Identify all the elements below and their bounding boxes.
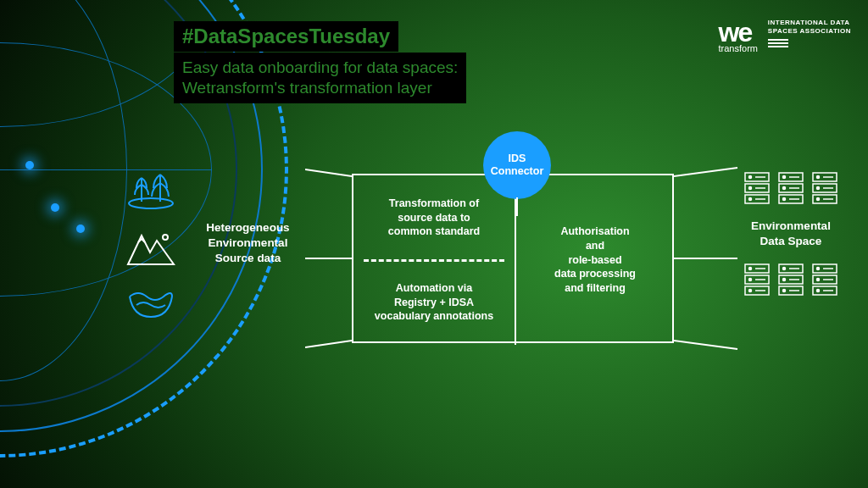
cell-automation: Automation viaRegistry + IDSAvocabulary … — [353, 260, 515, 345]
svg-point-48 — [783, 279, 786, 281]
idsa-line2: SPACES ASSOCIATION — [768, 27, 851, 36]
svg-point-20 — [783, 176, 786, 179]
svg-point-39 — [749, 279, 752, 281]
cell-authorisation: Authorisationandrole-baseddata processin… — [515, 175, 676, 345]
architecture-diagram: HeterogeneousEnvironmentalSource data Tr… — [110, 161, 848, 441]
server-icon — [811, 263, 838, 297]
svg-point-12 — [749, 187, 752, 190]
svg-point-29 — [817, 176, 820, 179]
hashtag-title: #DataSpacesTuesday — [174, 21, 398, 52]
svg-point-1 — [163, 235, 168, 240]
source-data-label: HeterogeneousEnvironmentalSource data — [191, 220, 305, 267]
svg-point-40 — [749, 290, 752, 292]
server-icon — [777, 171, 804, 205]
svg-line-2 — [305, 169, 352, 176]
svg-line-5 — [674, 168, 737, 176]
right-converge-lines — [674, 161, 742, 356]
wetransform-word: transform — [719, 43, 758, 53]
svg-point-11 — [749, 176, 752, 179]
subtitle: Easy data onboarding for data spaces: We… — [174, 53, 466, 103]
waves-icon — [125, 285, 177, 327]
svg-line-4 — [305, 341, 352, 347]
data-space-label: EnvironmentalData Space — [736, 219, 846, 249]
server-icon — [743, 263, 771, 297]
server-row-top — [736, 171, 846, 205]
svg-point-57 — [817, 279, 820, 281]
connector-line1: IDS — [509, 152, 526, 165]
source-icons — [110, 169, 191, 327]
svg-point-0 — [129, 198, 173, 208]
cell-transformation: Transformation ofsource data tocommon st… — [353, 175, 515, 260]
ids-connector-badge: IDS Connector — [483, 131, 551, 199]
connector-line2: Connector — [491, 165, 544, 178]
svg-point-38 — [749, 268, 752, 270]
server-icon — [777, 263, 804, 297]
svg-point-58 — [817, 290, 820, 292]
trees-icon — [125, 169, 177, 212]
mountains-icon — [125, 227, 177, 269]
svg-point-49 — [783, 290, 786, 292]
server-icon — [811, 171, 838, 205]
data-space-servers: EnvironmentalData Space — [736, 171, 846, 297]
svg-point-56 — [817, 268, 820, 270]
server-row-bottom — [736, 263, 846, 297]
idsa-line1: INTERNATIONAL DATA — [768, 19, 851, 27]
transformation-box: Transformation ofsource data tocommon st… — [352, 174, 674, 343]
idsa-logo: INTERNATIONAL DATA SPACES ASSOCIATION — [768, 19, 851, 47]
server-icon — [743, 171, 771, 205]
subtitle-line1: Easy data onboarding for data spaces: — [182, 58, 458, 76]
left-converge-lines — [305, 161, 356, 356]
svg-point-21 — [783, 187, 786, 190]
svg-point-13 — [749, 198, 752, 201]
svg-point-31 — [817, 198, 820, 201]
wetransform-logo: we transform — [719, 17, 758, 53]
svg-line-7 — [674, 341, 737, 349]
svg-point-47 — [783, 268, 786, 270]
svg-point-30 — [817, 187, 820, 190]
subtitle-line2: Wetransform's transformation layer — [182, 79, 432, 97]
svg-point-22 — [783, 198, 786, 201]
